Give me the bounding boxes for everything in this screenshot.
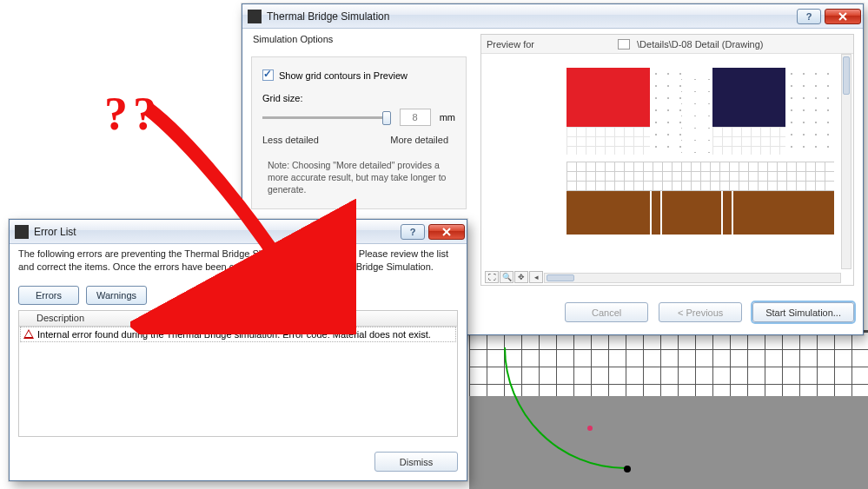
pan-icon[interactable]: ✥ (514, 271, 528, 283)
joint-4 (732, 191, 733, 235)
scroll-thumb-h[interactable] (547, 274, 574, 281)
app-icon (15, 225, 29, 239)
close-icon (837, 12, 849, 21)
grid-size-label: Grid size: (262, 93, 455, 103)
material-brown (567, 191, 834, 235)
material-grid-band (567, 162, 834, 191)
thermal-title: Thermal Bridge Simulation (267, 10, 797, 23)
grid-size-slider[interactable] (262, 116, 391, 119)
preview-toolbar: ⛶ 🔍 ✥ ◂ (485, 271, 543, 283)
thermal-titlebar[interactable]: Thermal Bridge Simulation ? (242, 4, 863, 29)
joint-2 (660, 191, 662, 235)
cad-node-black (624, 466, 631, 472)
simulation-options-panel: Simulation Options Show grid contours in… (251, 34, 467, 209)
zoom-extents-icon[interactable]: ⛶ (485, 271, 499, 283)
preview-scrollbar-vertical[interactable] (841, 54, 851, 269)
show-grid-checkbox[interactable] (262, 69, 274, 81)
tab-warnings[interactable]: Warnings (86, 286, 147, 305)
material-grid-a (567, 127, 650, 155)
zoom-icon[interactable]: 🔍 (500, 271, 514, 283)
start-simulation-button[interactable]: Start Simulation... (752, 302, 854, 322)
error-list-dialog: Error List ? The following errors are pr… (9, 219, 467, 481)
dismiss-button[interactable]: Dismiss (374, 452, 458, 472)
app-icon (248, 10, 262, 23)
help-button[interactable]: ? (797, 9, 821, 24)
cancel-button[interactable]: Cancel (565, 302, 648, 322)
show-grid-label: Show grid contours in Preview (279, 70, 407, 81)
column-description[interactable]: Description (19, 311, 457, 327)
grid-size-unit: mm (440, 112, 455, 122)
preview-canvas[interactable] (483, 54, 841, 269)
material-dots-1 (650, 68, 681, 155)
material-dots-2 (785, 68, 834, 155)
error-icon (23, 329, 34, 339)
table-row[interactable]: Internal error found during the Thermal … (20, 327, 456, 342)
material-tri (681, 68, 712, 155)
detail-note: Note: Choosing "More detailed" provides … (268, 159, 450, 196)
error-list-titlebar[interactable]: Error List ? (10, 220, 467, 244)
error-list-title: Error List (34, 226, 401, 238)
error-intro-text: The following errors are preventing the … (18, 248, 458, 274)
scroll-left-icon[interactable]: ◂ (529, 271, 543, 283)
grid-size-value[interactable]: 8 (400, 109, 431, 126)
simulation-options-heading: Simulation Options (253, 34, 467, 44)
close-icon (441, 228, 453, 236)
error-table: Description Internal error found during … (18, 310, 458, 437)
tab-errors[interactable]: Errors (18, 286, 79, 305)
annotation-question-marks: ?? (104, 87, 162, 141)
material-red (567, 68, 650, 127)
slider-thumb[interactable] (382, 111, 391, 125)
previous-button[interactable]: < Previous (659, 302, 742, 322)
joint-1 (650, 191, 652, 235)
cad-node-pink (587, 426, 593, 431)
scroll-thumb-v[interactable] (843, 56, 850, 95)
preview-for-label: Preview for (487, 39, 534, 50)
preview-path: \Details\D-08 Detail (Drawing) (637, 39, 764, 50)
close-button[interactable] (825, 9, 861, 24)
help-button[interactable]: ? (401, 224, 425, 240)
preview-scrollbar-horizontal[interactable] (544, 273, 841, 283)
slider-min-label: Less detailed (262, 135, 319, 145)
joint-3 (721, 191, 723, 235)
material-navy (712, 68, 785, 127)
material-grid-b (712, 127, 785, 155)
slider-max-label: More detailed (390, 135, 448, 145)
path-icon (618, 39, 630, 50)
error-description: Internal error found during the Thermal … (37, 329, 431, 340)
close-button[interactable] (428, 224, 465, 240)
preview-pane: Preview for \Details\D-08 Detail (Drawin… (480, 34, 854, 286)
